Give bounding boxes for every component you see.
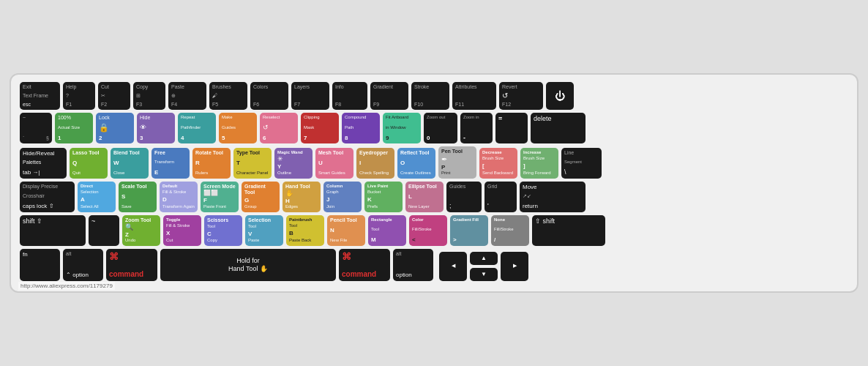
key-d[interactable]: Default Fill & Stroke D Transform Again: [160, 182, 198, 212]
key-arrow-right[interactable]: ▶: [501, 252, 528, 281]
key-j[interactable]: Column Graph J Join: [323, 182, 362, 212]
key-a[interactable]: Direct Selection A Select All: [78, 182, 116, 212]
key-spacebar[interactable]: Hold forHand Tool ✋: [160, 249, 336, 281]
key-power[interactable]: ⏻: [546, 82, 574, 110]
key-h[interactable]: Hand Tool ✋ H Edges: [283, 182, 321, 212]
key-f3[interactable]: Copy ⊞ F3: [133, 82, 165, 110]
key-c[interactable]: Scissors Tool C Copy: [204, 215, 242, 246]
key-shift-right[interactable]: ⇧ shift: [532, 215, 605, 246]
key-l[interactable]: Ellipse Tool L New Layer: [405, 182, 444, 212]
key-f5[interactable]: Brushes 🖌 F5: [209, 82, 247, 110]
key-bracket-left[interactable]: Decrease Brush Size [ Send Backward: [479, 148, 517, 179]
key-f7[interactable]: Layers F7: [291, 82, 329, 110]
key-y[interactable]: Magic Wand ✳ Y Outline: [274, 148, 313, 179]
key-quote[interactable]: Grid ': [484, 182, 517, 212]
key-equals[interactable]: =: [495, 113, 528, 143]
key-comma[interactable]: Color Fill/Stroke <: [409, 215, 447, 246]
key-f4[interactable]: Paste ⊕ F4: [168, 82, 206, 110]
key-g[interactable]: Gradient Tool G Group: [242, 182, 280, 212]
key-delete[interactable]: delete: [531, 113, 585, 143]
row-zxcv: shift ⇧ ~ Zoom Tool 🔍 Z Undo Toggle Fill…: [20, 215, 848, 246]
key-esc[interactable]: Exit Text Frame esc: [20, 82, 60, 110]
key-6[interactable]: Reselect ↺ 6: [260, 113, 298, 143]
key-minus[interactable]: Zoom in -: [460, 113, 493, 143]
key-8[interactable]: Compound Path 8: [342, 113, 380, 143]
key-shift-left[interactable]: shift ⇧: [20, 215, 86, 246]
key-7[interactable]: Clipping Mask 7: [301, 113, 339, 143]
key-q[interactable]: Lasso Tool Q Quit: [70, 148, 108, 179]
key-5[interactable]: Make Guides 5: [219, 113, 257, 143]
row-bottom: fn alt ⌃ option ⌘ command Hold forHand T…: [20, 249, 848, 281]
key-slash[interactable]: None Fill/Stroke /: [491, 215, 529, 246]
key-arrow-down[interactable]: ▼: [470, 268, 498, 281]
key-3[interactable]: Hide 👁 3: [137, 113, 175, 143]
key-tilde[interactable]: ~ ` §: [20, 113, 52, 143]
key-s[interactable]: Scale Tool S Save: [119, 182, 157, 212]
key-z[interactable]: Zoom Tool 🔍 Z Undo: [122, 215, 160, 246]
key-4[interactable]: Repeat Pathfinder 4: [178, 113, 216, 143]
key-x[interactable]: Toggle Fill & Stroke X Cut: [163, 215, 201, 246]
command-left-label: command: [109, 270, 154, 279]
key-2[interactable]: Lock 🔒 2: [96, 113, 134, 143]
key-w[interactable]: Blend Tool W Close: [111, 148, 149, 179]
row-asdf: Display Precise Crosshair caps lock ⇧ Di…: [20, 182, 848, 212]
key-f2[interactable]: Cut ✂ F2: [98, 82, 130, 110]
url-bar: http://www.aliexpress.com/1179279: [18, 282, 115, 290]
key-i[interactable]: Eyedropper I Check Spelling: [356, 148, 394, 179]
key-u[interactable]: Mesh Tool U Smart Guides: [315, 148, 353, 179]
key-v[interactable]: Selection Tool V Paste: [245, 215, 283, 246]
key-o[interactable]: Reflect Tool O Create Outlines: [397, 148, 435, 179]
key-9[interactable]: Fit Artboard in Window 9: [383, 113, 421, 143]
key-semicolon[interactable]: Guides ;: [446, 182, 482, 212]
key-f8[interactable]: Info F8: [332, 82, 367, 110]
row-qwerty: Hide/Reveal Palettes tab →| Lasso Tool Q…: [20, 146, 848, 178]
key-return[interactable]: Move ↗↙ return: [520, 182, 585, 212]
key-f12[interactable]: Revert ↺ F12: [499, 82, 543, 110]
key-bracket-right[interactable]: Increase Brush Size ] Bring Forward: [520, 148, 558, 179]
keyboard: Exit Text Frame esc Help ? F1 Cut ✂ F2 C…: [10, 73, 858, 292]
key-e[interactable]: Free Transform E: [151, 148, 190, 179]
key-p[interactable]: Pen Tool ✒ P Print: [438, 146, 476, 178]
key-m[interactable]: Rectangle Tool M: [368, 215, 406, 246]
key-alt-left[interactable]: ⌘ command: [106, 249, 157, 281]
key-tab[interactable]: Hide/Reveal Palettes tab →|: [20, 148, 67, 179]
key-control[interactable]: alt ⌃ option: [63, 249, 103, 281]
key-k[interactable]: Live Paint Bucket K Prefs: [364, 182, 403, 212]
key-n[interactable]: Pencil Tool N New File: [327, 215, 365, 246]
row-number: ~ ` § 100% Actual Size 1 Lock 🔒 2 Hide 👁…: [20, 113, 848, 143]
key-period[interactable]: Gradient Fill >: [450, 215, 488, 246]
key-f[interactable]: Screen Mode ⬜⬜ F Paste Front: [201, 182, 239, 212]
key-fn[interactable]: fn: [20, 249, 60, 281]
key-1[interactable]: 100% Actual Size 1: [55, 113, 93, 143]
key-b[interactable]: Paintbrush Tool B Paste Back: [286, 215, 324, 246]
key-t[interactable]: Type Tool T Character Panel: [233, 148, 272, 179]
row-function: Exit Text Frame esc Help ? F1 Cut ✂ F2 C…: [20, 82, 848, 110]
key-arrow-left[interactable]: ◀: [439, 252, 467, 281]
key-arrow-up[interactable]: ▲: [470, 252, 498, 265]
key-alt-right[interactable]: ⌘ command: [339, 249, 390, 281]
key-f1[interactable]: Help ? F1: [63, 82, 95, 110]
key-f9[interactable]: Gradient F9: [370, 82, 408, 110]
key-f6[interactable]: Colors F6: [250, 82, 288, 110]
key-backslash[interactable]: Line Segment \: [561, 148, 602, 179]
key-0[interactable]: Zoom out 0: [424, 113, 457, 143]
key-f11[interactable]: Attributes F11: [452, 82, 496, 110]
key-tilde2[interactable]: ~: [89, 215, 119, 246]
key-r[interactable]: Rotate Tool R Rulers: [192, 148, 231, 179]
key-capslock[interactable]: Display Precise Crosshair caps lock ⇧: [20, 182, 75, 212]
key-option-right[interactable]: alt option: [393, 249, 433, 281]
key-f10[interactable]: Stroke F10: [411, 82, 449, 110]
